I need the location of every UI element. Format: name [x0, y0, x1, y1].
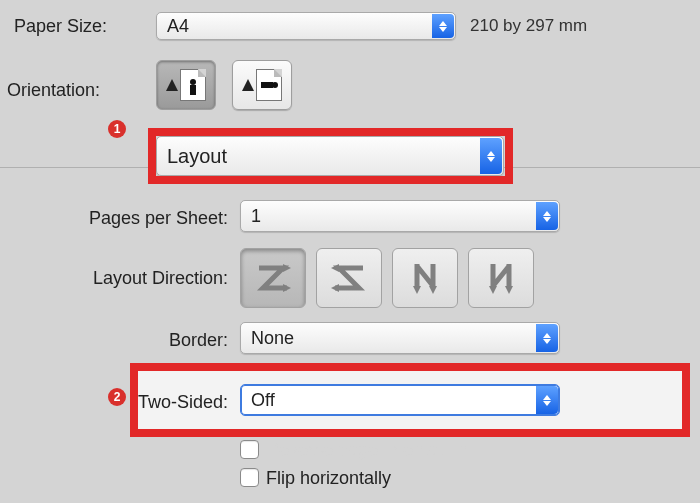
reverse-page-orientation-checkbox[interactable]: [240, 440, 259, 459]
callout-badge-1: 1: [108, 120, 126, 138]
svg-rect-3: [261, 82, 273, 88]
flip-horizontally-checkbox[interactable]: [240, 468, 259, 487]
page-portrait-icon: [180, 69, 206, 101]
arrow-up-icon: [166, 79, 178, 91]
two-sided-select[interactable]: Off: [240, 384, 560, 416]
layout-direction-tb-lr-button[interactable]: [392, 248, 458, 308]
layout-direction-rl-tb-button[interactable]: [316, 248, 382, 308]
updown-icon: [432, 14, 454, 38]
paper-size-value: A4: [167, 16, 189, 37]
pages-per-sheet-value: 1: [251, 206, 261, 227]
print-options-value: Layout: [167, 145, 227, 168]
orientation-label: Orientation:: [7, 80, 100, 101]
svg-point-0: [190, 79, 196, 85]
layout-direction-tb-rl-button[interactable]: [468, 248, 534, 308]
border-select[interactable]: None: [240, 322, 560, 354]
two-sided-label: Two-Sided:: [8, 392, 228, 413]
paper-size-row: Paper Size: A4 210 by 297 mm: [0, 6, 700, 42]
updown-icon: [536, 386, 558, 414]
border-value: None: [251, 328, 294, 349]
two-sided-value: Off: [251, 390, 275, 411]
pages-per-sheet-label: Pages per Sheet:: [8, 208, 228, 229]
n-pattern-icon: [405, 258, 445, 298]
n-mirror-icon: [481, 258, 521, 298]
updown-icon: [536, 324, 558, 352]
paper-dimensions: 210 by 297 mm: [470, 16, 587, 36]
orientation-portrait-button[interactable]: [156, 60, 216, 110]
paper-size-select[interactable]: A4: [156, 12, 456, 40]
reverse-page-orientation-label: Reverse page orientation: [266, 440, 467, 461]
updown-icon: [480, 138, 502, 174]
print-options-select[interactable]: Layout: [156, 136, 504, 176]
layout-direction-lr-tb-button[interactable]: [240, 248, 306, 308]
z-mirror-icon: [329, 258, 369, 298]
border-label: Border:: [8, 330, 228, 351]
page-landscape-icon: [256, 69, 282, 101]
paper-size-label: Paper Size:: [14, 16, 107, 37]
layout-direction-label: Layout Direction:: [8, 268, 228, 289]
orientation-landscape-button[interactable]: [232, 60, 292, 110]
z-pattern-icon: [253, 258, 293, 298]
flip-horizontally-label: Flip horizontally: [266, 468, 391, 489]
svg-rect-1: [190, 85, 196, 95]
pages-per-sheet-select[interactable]: 1: [240, 200, 560, 232]
arrow-up-icon: [242, 79, 254, 91]
updown-icon: [536, 202, 558, 230]
